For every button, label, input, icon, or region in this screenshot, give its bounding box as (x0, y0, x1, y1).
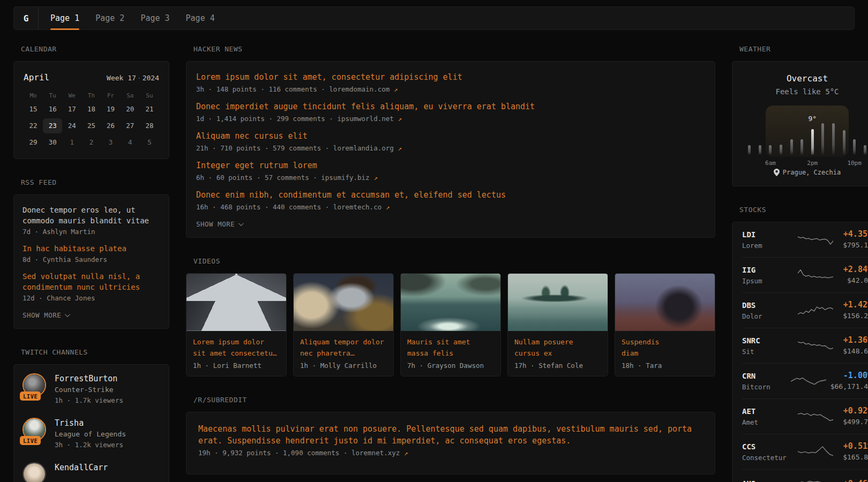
right-column: WEATHER Overcast Feels like 5°C 9°6am2pm… (732, 30, 868, 482)
dashboard-page: G Page 1 Page 2 Page 3 Page 4 CALENDAR A… (0, 0, 868, 482)
hn-item: Aliquam nec cursus elit 21h · 710 points… (196, 130, 705, 152)
video-card[interactable]: Aliquam tempor dolor nec pharetra… 1h · … (293, 273, 394, 376)
video-title-link[interactable]: Lorem ipsum dolor sit amet consectetu… (193, 336, 280, 359)
video-thumbnail (615, 274, 715, 331)
calendar-day: 20 (121, 102, 140, 117)
section-title-hackernews: HACKER NEWS (193, 45, 715, 53)
stock-change: +4.35% (843, 229, 868, 239)
tab-page-3[interactable]: Page 3 (140, 7, 169, 29)
hour-bar (821, 123, 824, 155)
hn-article-link[interactable]: Donec imperdiet augue tincidunt felis al… (196, 101, 705, 112)
stock-name: Consectetur (742, 454, 794, 462)
weather-location: Prague, Czechia (744, 169, 868, 176)
dot-separator: · (136, 74, 143, 82)
stock-change: +0.46% (843, 479, 868, 482)
hn-article-meta: 1d · 1,414 points · 299 comments · ipsum… (196, 115, 705, 123)
video-title-link[interactable]: Suspendis diam (622, 336, 708, 359)
video-title-link[interactable]: Mauris sit amet massa felis (407, 336, 494, 359)
calendar-day: 26 (101, 118, 121, 133)
video-title-link[interactable]: Nullam posuere cursus ex (514, 336, 601, 359)
calendar-day: 21 (140, 102, 159, 117)
hn-show-more-button[interactable]: SHOW MORE (196, 220, 242, 228)
calendar-day: 29 (24, 135, 43, 150)
hackernews-section: HACKER NEWS Lorem ipsum dolor sit amet, … (186, 45, 715, 238)
video-card[interactable]: Lorem ipsum dolor sit amet consectetu… 1… (186, 273, 287, 376)
rss-article-meta: 7d · Ashlyn Martin (23, 228, 160, 236)
twitch-channel-row[interactable]: KendallCarr (23, 462, 160, 482)
twitch-widget: LIVE ForrestBurton Counter-Strike 1h · 1… (13, 364, 169, 482)
rss-article-link[interactable]: Sed volutpat nulla nisl, a condimentum n… (23, 271, 160, 292)
stock-row[interactable]: LDILorem +4.35%$795.18 (742, 222, 868, 257)
stock-price: $795.18 (843, 241, 868, 250)
subreddit-section: /R/SUBREDDIT Maecenas mollis pulvinar er… (186, 396, 715, 475)
reddit-post-link[interactable]: Maecenas mollis pulvinar erat non posuer… (198, 423, 703, 447)
channel-meta: 1h · 1.7k viewers (55, 396, 123, 405)
calendar-section: CALENDAR April Week 17·2024 Mo Tu We Th … (13, 45, 169, 159)
video-meta: 7h · Grayson Dawson (407, 362, 494, 370)
stock-change: -1.00% (830, 371, 868, 380)
calendar-day: 30 (43, 135, 62, 150)
stock-row[interactable]: DBSDolor +1.42%$156.28 (742, 292, 868, 328)
rss-item: Sed volutpat nulla nisl, a condimentum n… (23, 271, 160, 302)
rss-section: RSS FEED Donec tempor eros leo, ut commo… (13, 178, 169, 329)
calendar-day: 15 (24, 102, 43, 117)
calendar-day: 22 (24, 118, 43, 133)
channel-name: KendallCarr (55, 462, 108, 473)
rss-article-link[interactable]: Donec tempor eros leo, ut commodo mauris… (23, 205, 160, 226)
stock-change: +1.36% (843, 335, 868, 345)
video-card[interactable]: Suspendis diam 18h · Tara (615, 273, 715, 376)
calendar-day: 18 (81, 102, 101, 117)
weather-widget: Overcast Feels like 5°C 9°6am2pm10pm Pra… (732, 61, 868, 186)
tab-page-4[interactable]: Page 4 (186, 7, 215, 29)
calendar-day: 24 (62, 118, 81, 133)
stock-change: +0.51% (843, 441, 868, 451)
calendar-day-next-month: 1 (62, 135, 81, 150)
hn-article-link[interactable]: Lorem ipsum dolor sit amet, consectetur … (196, 71, 705, 83)
stock-row[interactable]: AHS +0.46% (742, 469, 868, 482)
external-link-icon: ↗ (394, 85, 398, 93)
stock-row[interactable]: CCSConsectetur +0.51%$165.84 (742, 434, 868, 469)
calendar-day-selected: 23 (43, 118, 62, 133)
stock-row[interactable]: CRNBitcorn -1.00%$66,171.48 (742, 363, 868, 398)
hn-article-link[interactable]: Aliquam nec cursus elit (196, 130, 705, 142)
rss-article-meta: 12d · Chance Jones (23, 294, 160, 302)
stock-sparkline (798, 231, 833, 247)
rss-article-link[interactable]: In hac habitasse platea (23, 243, 160, 254)
video-meta: 1h · Lori Barnett (193, 362, 280, 370)
tab-page-2[interactable]: Page 2 (95, 7, 124, 29)
stock-price: $165.84 (843, 453, 868, 462)
videos-row: Lorem ipsum dolor sit amet consectetu… 1… (186, 273, 715, 376)
stock-price: $148.64 (843, 347, 868, 356)
calendar-day-next-month: 5 (140, 135, 159, 150)
stock-row[interactable]: IIGIpsum +2.84%$42.04 (742, 257, 868, 292)
calendar-day-headers: Mo Tu We Th Fr Sa Su (24, 90, 159, 102)
video-card[interactable]: Nullam posuere cursus ex 17h · Stefan Co… (507, 273, 608, 376)
location-pin-icon (774, 169, 780, 176)
hn-article-link[interactable]: Integer eget rutrum lorem (196, 160, 705, 171)
hn-item: Donec enim nibh, condimentum et accumsan… (196, 189, 705, 211)
external-link-icon: ↗ (398, 144, 402, 152)
video-title-link[interactable]: Aliquam tempor dolor nec pharetra… (300, 336, 387, 359)
video-meta: 1h · Molly Carrillo (300, 362, 387, 370)
stock-row[interactable]: SNRCSit +1.36%$148.64 (742, 328, 868, 363)
tab-page-1[interactable]: Page 1 (50, 7, 79, 29)
stock-row[interactable]: AETAmet +0.92%$499.72 (742, 398, 868, 434)
hn-article-link[interactable]: Donec enim nibh, condimentum et accumsan… (196, 189, 705, 201)
hour-bar (864, 145, 866, 155)
channel-name: Trisha (55, 418, 126, 428)
stock-change: +1.42% (843, 300, 868, 310)
stock-sparkline (798, 302, 833, 318)
weather-section: WEATHER Overcast Feels like 5°C 9°6am2pm… (732, 45, 868, 186)
video-card[interactable]: Mauris sit amet massa felis 7h · Grayson… (400, 273, 501, 376)
stock-price: $42.04 (843, 276, 868, 285)
stock-price: $66,171.48 (830, 382, 868, 391)
rss-item: Donec tempor eros leo, ut commodo mauris… (23, 205, 160, 236)
stock-sparkline (791, 373, 826, 389)
video-thumbnail (401, 274, 500, 331)
page-tabs: Page 1 Page 2 Page 3 Page 4 (39, 7, 215, 29)
twitch-channel-row[interactable]: LIVE ForrestBurton Counter-Strike 1h · 1… (23, 373, 160, 405)
channel-category: Counter-Strike (55, 385, 123, 395)
app-logo: G (14, 7, 39, 29)
rss-show-more-button[interactable]: SHOW MORE (23, 311, 69, 319)
twitch-channel-row[interactable]: LIVE Trisha League of Legends 3h · 1.2k … (23, 418, 160, 449)
